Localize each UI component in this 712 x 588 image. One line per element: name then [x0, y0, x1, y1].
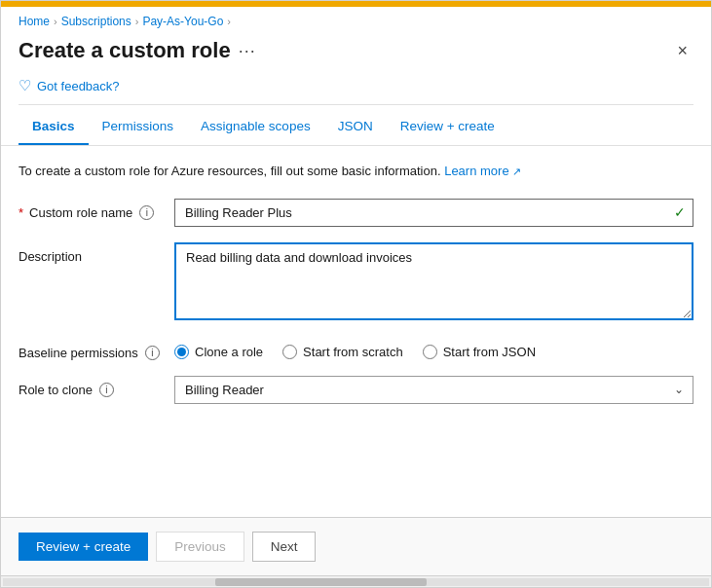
description-control: Read billing data and download invoices: [174, 242, 693, 323]
baseline-permissions-info-icon[interactable]: i: [145, 346, 160, 360]
custom-role-name-control: ✓: [174, 199, 693, 227]
role-to-clone-info-icon[interactable]: i: [99, 383, 114, 397]
heart-icon: ♡: [19, 77, 31, 94]
radio-json-input[interactable]: [423, 345, 437, 359]
baseline-permissions-control: Clone a role Start from scratch Start fr…: [174, 339, 693, 359]
breadcrumb-subscriptions[interactable]: Subscriptions: [61, 15, 131, 28]
radio-start-scratch[interactable]: Start from scratch: [282, 345, 403, 359]
baseline-permissions-radio-group: Clone a role Start from scratch Start fr…: [174, 339, 693, 359]
role-name-input[interactable]: [174, 199, 693, 227]
more-options-icon[interactable]: ···: [239, 41, 256, 61]
valid-check-icon: ✓: [674, 204, 686, 220]
info-text: To create a custom role for Azure resour…: [19, 162, 693, 181]
baseline-permissions-label: Baseline permissions i: [19, 339, 174, 360]
tab-assignable-scopes[interactable]: Assignable scopes: [187, 111, 324, 145]
tab-review-create[interactable]: Review + create: [387, 111, 508, 145]
previous-button[interactable]: Previous: [156, 532, 244, 562]
divider-feedback: [19, 104, 693, 105]
tab-json[interactable]: JSON: [324, 111, 387, 145]
next-button[interactable]: Next: [252, 532, 317, 562]
tabs-row: Basics Permissions Assignable scopes JSO…: [1, 111, 711, 146]
role-to-clone-label: Role to clone i: [19, 376, 174, 397]
close-button[interactable]: ×: [671, 39, 693, 63]
horizontal-scrollbar[interactable]: [1, 575, 711, 587]
scrollbar-track: [3, 578, 709, 586]
radio-scratch-input[interactable]: [282, 345, 297, 359]
breadcrumb-sep-1: ›: [54, 16, 57, 27]
feedback-row[interactable]: ♡ Got feedback?: [1, 73, 711, 104]
description-row: Description Read billing data and downlo…: [19, 242, 693, 323]
footer: Review + create Previous Next: [1, 517, 711, 575]
review-create-button[interactable]: Review + create: [19, 533, 148, 561]
breadcrumb: Home › Subscriptions › Pay-As-You-Go ›: [1, 7, 711, 34]
breadcrumb-payg[interactable]: Pay-As-You-Go: [142, 15, 223, 28]
radio-start-json[interactable]: Start from JSON: [423, 345, 536, 359]
tab-basics[interactable]: Basics: [19, 111, 89, 145]
tab-permissions[interactable]: Permissions: [89, 111, 188, 145]
header-left: Create a custom role ···: [19, 38, 256, 63]
radio-clone-input[interactable]: [174, 345, 189, 359]
role-name-info-icon[interactable]: i: [139, 205, 154, 220]
breadcrumb-sep-2: ›: [135, 16, 139, 27]
baseline-permissions-row: Baseline permissions i Clone a role Star…: [19, 339, 693, 360]
custom-role-name-label: * Custom role name i: [19, 199, 174, 220]
feedback-label: Got feedback?: [37, 79, 120, 93]
role-to-clone-control: Billing Reader ⌄: [174, 376, 693, 404]
custom-role-name-row: * Custom role name i ✓: [19, 199, 693, 227]
description-input[interactable]: Read billing data and download invoices: [174, 242, 693, 320]
header-row: Create a custom role ··· ×: [1, 34, 711, 73]
breadcrumb-sep-3: ›: [227, 16, 231, 27]
scrollbar-thumb: [215, 578, 428, 586]
role-to-clone-select-wrapper: Billing Reader ⌄: [174, 376, 693, 404]
description-label: Description: [19, 242, 174, 264]
page-title: Create a custom role: [19, 38, 231, 63]
role-to-clone-select[interactable]: Billing Reader: [174, 376, 693, 404]
content-area: To create a custom role for Azure resour…: [1, 146, 711, 517]
learn-more-link[interactable]: Learn more: [444, 164, 521, 178]
required-star: *: [19, 205, 23, 220]
breadcrumb-home[interactable]: Home: [19, 15, 50, 28]
role-to-clone-row: Role to clone i Billing Reader ⌄: [19, 376, 693, 404]
role-name-input-wrapper: ✓: [174, 199, 693, 227]
main-window: Home › Subscriptions › Pay-As-You-Go › C…: [0, 0, 712, 588]
radio-clone-role[interactable]: Clone a role: [174, 345, 263, 359]
